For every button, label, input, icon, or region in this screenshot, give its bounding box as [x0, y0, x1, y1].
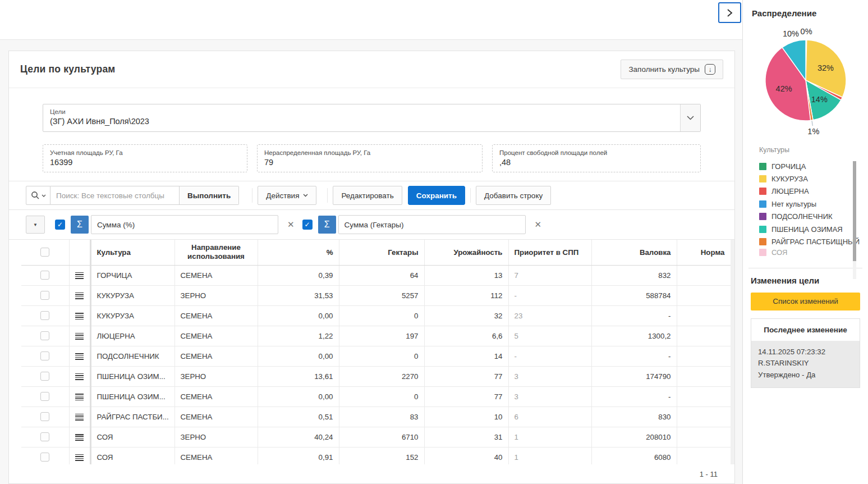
row-checkbox[interactable] — [40, 392, 49, 401]
cell-percent[interactable]: 1,22 — [258, 326, 339, 346]
cell-hectares[interactable]: 6710 — [339, 427, 424, 447]
cell-use[interactable]: СЕМЕНА — [174, 407, 258, 427]
cell-percent[interactable]: 0,00 — [258, 305, 339, 326]
col-norm[interactable]: Норма — [677, 240, 731, 265]
changes-list-button[interactable]: Список изменений — [751, 293, 860, 311]
cell-gross[interactable]: - — [591, 305, 677, 326]
legend-item[interactable]: Нет культуры — [759, 198, 868, 210]
selection-menu-button[interactable]: ▼ — [26, 216, 45, 234]
cell-hectares[interactable]: 64 — [339, 265, 424, 285]
row-checkbox[interactable] — [40, 331, 49, 340]
cell-percent[interactable]: 40,24 — [258, 427, 339, 447]
chevron-down-icon[interactable] — [680, 104, 700, 131]
cell-norm[interactable] — [677, 427, 731, 447]
cell-norm[interactable] — [677, 386, 731, 407]
legend-item[interactable]: ПОДСОЛНЕЧНИК — [759, 211, 868, 223]
goal-select[interactable]: Цели (ЗГ) АХИ Ивня_Поля\2023 — [43, 104, 701, 132]
aggregate-input-2[interactable] — [338, 215, 526, 234]
cell-yield[interactable]: 14 — [424, 346, 508, 366]
cell-culture[interactable]: КУКУРУЗА — [90, 305, 174, 326]
col-percent[interactable]: % — [258, 240, 339, 265]
row-select-cell[interactable] — [21, 326, 69, 346]
cell-norm[interactable] — [677, 447, 731, 464]
cell-use[interactable]: СЕМЕНА — [174, 265, 258, 285]
row-select-cell[interactable] — [21, 346, 69, 366]
cell-gross[interactable]: 174790 — [591, 366, 677, 386]
cell-yield[interactable]: 40 — [424, 447, 508, 464]
add-row-button[interactable]: Добавить строку — [476, 186, 551, 205]
cell-use[interactable]: СЕМЕНА — [174, 326, 258, 346]
col-use[interactable]: Направление использования — [174, 240, 258, 265]
cell-hectares[interactable]: 5257 — [339, 285, 424, 305]
cell-hectares[interactable]: 2270 — [339, 366, 424, 386]
go-button[interactable]: Выполнить — [180, 186, 239, 205]
col-hectares[interactable]: Гектары — [339, 240, 424, 265]
save-button[interactable]: Сохранить — [408, 186, 465, 205]
cell-norm[interactable] — [677, 366, 731, 386]
grid-scrollbar[interactable] — [731, 240, 734, 464]
cell-yield[interactable]: 31 — [424, 427, 508, 447]
cell-culture[interactable]: КУКУРУЗА — [90, 285, 174, 305]
row-select-cell[interactable] — [21, 285, 69, 305]
row-select-cell[interactable] — [21, 265, 69, 285]
cell-norm[interactable] — [677, 265, 731, 285]
row-checkbox[interactable] — [40, 311, 49, 320]
row-checkbox[interactable] — [40, 372, 49, 381]
row-menu-cell[interactable] — [69, 346, 90, 366]
legend-item[interactable]: ПШЕНИЦА ОЗИМАЯ — [759, 223, 868, 235]
row-select-cell[interactable] — [21, 427, 69, 447]
cell-norm[interactable] — [677, 285, 731, 305]
cell-gross[interactable]: 832 — [591, 265, 677, 285]
row-checkbox[interactable] — [40, 291, 49, 300]
row-select-cell[interactable] — [21, 447, 69, 464]
cell-gross[interactable]: 1300,2 — [591, 326, 677, 346]
search-input[interactable] — [50, 186, 180, 205]
cell-yield[interactable]: 77 — [424, 366, 508, 386]
legend-item[interactable]: ЛЮЦЕРНА — [759, 185, 868, 198]
cell-use[interactable]: ЗЕРНО — [174, 366, 258, 386]
fill-cultures-button[interactable]: Заполнить культуры ↓ — [621, 60, 723, 79]
actions-button[interactable]: Действия — [258, 186, 316, 205]
row-select-cell[interactable] — [21, 366, 69, 386]
select-all-checkbox[interactable] — [40, 248, 49, 257]
cell-culture[interactable]: ПШЕНИЦА ОЗИМ... — [90, 386, 174, 407]
row-checkbox[interactable] — [40, 351, 49, 360]
aggregate-checkbox-2[interactable]: ✓ — [302, 220, 313, 230]
remove-aggregate-icon-1[interactable]: ✕ — [287, 220, 295, 230]
cell-percent[interactable]: 13,61 — [258, 366, 339, 386]
aggregate-checkbox-1[interactable]: ✓ — [55, 220, 65, 230]
cell-use[interactable]: ЗЕРНО — [174, 285, 258, 305]
col-culture[interactable]: Культура — [90, 240, 174, 265]
cell-culture[interactable]: РАЙГРАС ПАСТБИ... — [90, 407, 174, 427]
cell-culture[interactable]: ПШЕНИЦА ОЗИМ... — [90, 366, 174, 386]
legend-item[interactable]: ГОРЧИЦА — [759, 160, 868, 172]
cell-hectares[interactable]: 0 — [339, 305, 424, 326]
row-menu-cell[interactable] — [69, 407, 90, 427]
cell-yield[interactable]: 10 — [424, 407, 508, 427]
cell-percent[interactable]: 31,53 — [258, 285, 339, 305]
cell-hectares[interactable]: 0 — [339, 386, 424, 407]
cell-culture[interactable]: СОЯ — [90, 447, 174, 464]
row-menu-cell[interactable] — [69, 285, 90, 305]
cell-gross[interactable]: 830 — [591, 407, 677, 427]
legend-scrollbar[interactable] — [853, 161, 856, 279]
col-gross[interactable]: Валовка — [591, 240, 677, 265]
cell-use[interactable]: ЗЕРНО — [174, 427, 258, 447]
cell-gross[interactable]: - — [591, 346, 677, 366]
cell-hectares[interactable]: 197 — [339, 326, 424, 346]
row-select-cell[interactable] — [21, 407, 69, 427]
cell-norm[interactable] — [677, 326, 731, 346]
row-checkbox[interactable] — [40, 412, 49, 421]
cell-culture[interactable]: СОЯ — [90, 427, 174, 447]
cell-percent[interactable]: 0,00 — [258, 346, 339, 366]
cell-gross[interactable]: 6080 — [591, 447, 677, 464]
cell-norm[interactable] — [677, 346, 731, 366]
cell-gross[interactable]: 588784 — [591, 285, 677, 305]
cell-norm[interactable] — [677, 305, 731, 326]
remove-aggregate-icon-2[interactable]: ✕ — [535, 220, 542, 230]
cell-yield[interactable]: 77 — [424, 386, 508, 407]
row-menu-cell[interactable] — [69, 366, 90, 386]
row-menu-cell[interactable] — [69, 427, 90, 447]
cell-use[interactable]: СЕМЕНА — [174, 447, 258, 464]
scrollbar-thumb[interactable] — [853, 161, 856, 261]
